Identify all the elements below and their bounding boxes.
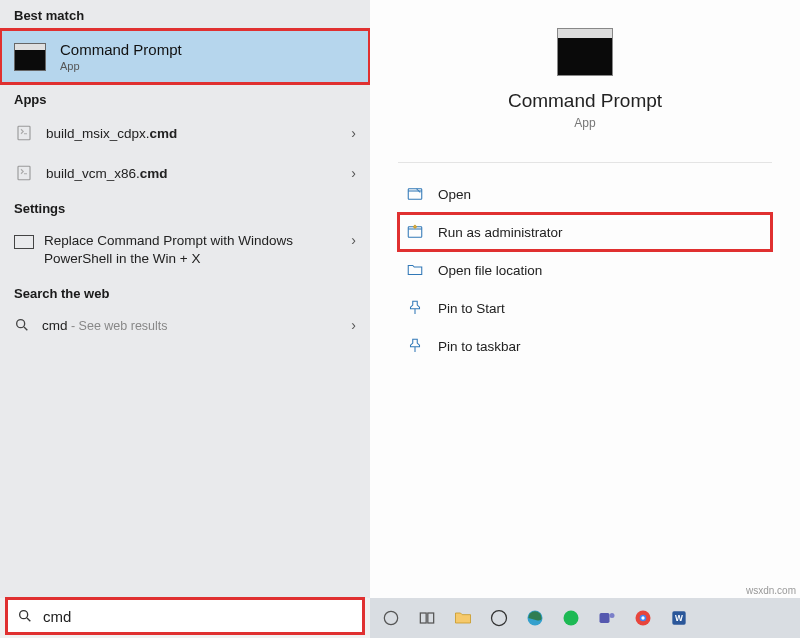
best-match-title: Command Prompt	[60, 41, 182, 58]
svg-rect-9	[420, 613, 426, 623]
settings-header: Settings	[0, 193, 370, 222]
dell-icon[interactable]	[484, 603, 514, 633]
svg-point-6	[20, 611, 28, 619]
search-icon	[14, 317, 30, 333]
svg-rect-10	[428, 613, 434, 623]
chevron-right-icon: ›	[351, 232, 356, 248]
search-results-panel: Best match Command Prompt App Apps build…	[0, 0, 370, 598]
best-match-header: Best match	[0, 0, 370, 29]
app-result-label: build_vcm_x86.cmd	[46, 166, 168, 181]
watermark: wsxdn.com	[746, 585, 796, 596]
cmd-file-icon	[14, 123, 34, 143]
svg-rect-14	[600, 613, 610, 623]
action-open[interactable]: Open	[398, 175, 772, 213]
app-result-0[interactable]: build_msix_cdpx.cmd ›	[0, 113, 370, 153]
word-icon[interactable]: W	[664, 603, 694, 633]
svg-point-11	[492, 611, 507, 626]
svg-rect-1	[18, 166, 30, 180]
best-match-subtitle: App	[60, 60, 182, 72]
settings-result[interactable]: Replace Command Prompt with Windows Powe…	[0, 222, 370, 278]
svg-line-7	[27, 618, 30, 621]
web-result[interactable]: cmd - See web results ›	[0, 307, 370, 343]
svg-rect-0	[18, 126, 30, 140]
app-result-1[interactable]: build_vcm_x86.cmd ›	[0, 153, 370, 193]
detail-title: Command Prompt	[508, 90, 662, 112]
app-result-label: build_msix_cdpx.cmd	[46, 126, 177, 141]
svg-point-2	[17, 320, 25, 328]
open-icon	[406, 185, 424, 203]
svg-point-8	[384, 611, 397, 624]
settings-result-label: Replace Command Prompt with Windows Powe…	[34, 232, 351, 268]
best-match-result[interactable]: Command Prompt App	[0, 29, 370, 84]
cortana-icon[interactable]	[376, 603, 406, 633]
command-prompt-icon	[14, 43, 46, 71]
action-run-as-administrator[interactable]: Run as administrator	[398, 213, 772, 251]
chevron-right-icon: ›	[351, 125, 356, 141]
apps-header: Apps	[0, 84, 370, 113]
pin-icon	[406, 337, 424, 355]
edge-icon[interactable]	[520, 603, 550, 633]
svg-rect-4	[408, 189, 422, 200]
taskbar: W	[370, 598, 800, 638]
search-box[interactable]	[6, 598, 364, 634]
task-view-icon[interactable]	[412, 603, 442, 633]
command-prompt-icon	[557, 28, 613, 76]
action-pin-to-start[interactable]: Pin to Start	[398, 289, 772, 327]
spotify-icon[interactable]	[556, 603, 586, 633]
web-result-label: cmd - See web results	[42, 318, 168, 333]
action-open-file-location[interactable]: Open file location	[398, 251, 772, 289]
teams-icon[interactable]	[592, 603, 622, 633]
detail-subtitle: App	[574, 116, 595, 130]
divider	[398, 162, 772, 163]
file-explorer-icon[interactable]	[448, 603, 478, 633]
monitor-icon	[14, 235, 34, 249]
action-pin-to-taskbar[interactable]: Pin to taskbar	[398, 327, 772, 365]
search-input[interactable]	[43, 608, 353, 625]
chevron-right-icon: ›	[351, 165, 356, 181]
pin-icon	[406, 299, 424, 317]
chrome-icon[interactable]	[628, 603, 658, 633]
svg-point-18	[641, 616, 644, 619]
svg-point-13	[564, 611, 579, 626]
chevron-right-icon: ›	[351, 317, 356, 333]
admin-icon	[406, 223, 424, 241]
folder-icon	[406, 261, 424, 279]
svg-text:W: W	[675, 613, 683, 623]
search-icon	[17, 608, 33, 624]
detail-panel: Command Prompt App Open Run as administr…	[370, 0, 800, 598]
search-web-header: Search the web	[0, 278, 370, 307]
cmd-file-icon	[14, 163, 34, 183]
svg-point-15	[610, 613, 615, 618]
svg-line-3	[24, 327, 27, 330]
